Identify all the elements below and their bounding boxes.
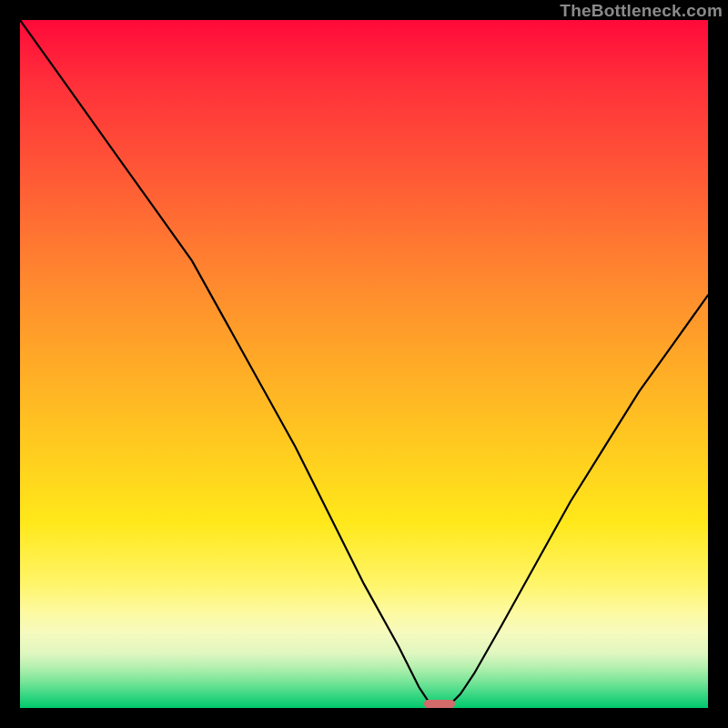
- watermark-text: TheBottleneck.com: [560, 1, 723, 21]
- optimal-marker: [424, 700, 455, 708]
- chart-container: TheBottleneck.com: [0, 0, 728, 728]
- plot-area: [20, 20, 708, 708]
- bottleneck-curve: [20, 20, 708, 708]
